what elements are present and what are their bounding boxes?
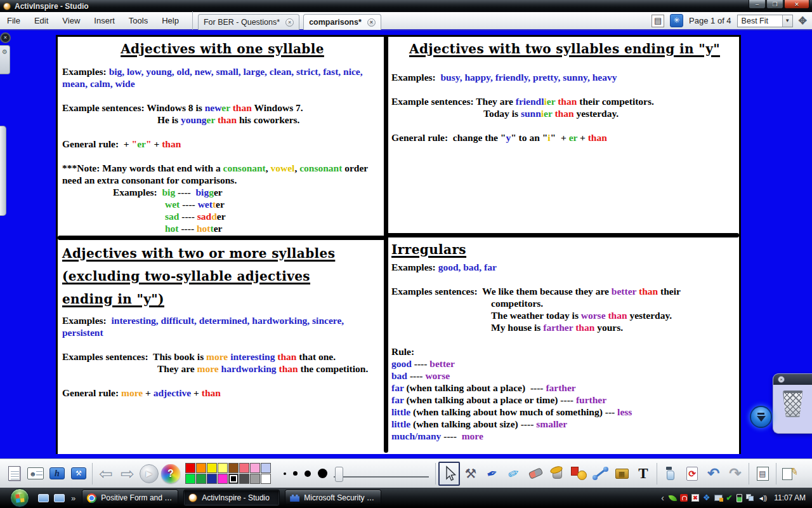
highlighter-tool-button[interactable]: ✏: [503, 461, 525, 486]
palette-color-swatch[interactable]: [185, 463, 195, 473]
start-vote-button[interactable]: ▶: [138, 461, 160, 486]
undo-icon: ↶: [707, 465, 719, 482]
menu-tools[interactable]: Tools: [122, 12, 155, 29]
annotate-icon: h: [49, 467, 65, 479]
tray-computer-icon[interactable]: [714, 495, 723, 501]
eraser-tool-button[interactable]: [525, 461, 546, 486]
main-menu-button[interactable]: [3, 461, 25, 486]
volume-icon[interactable]: ◄)): [758, 495, 767, 502]
zoom-select[interactable]: Best Fit ▼: [737, 15, 793, 27]
next-page-button[interactable]: ⇨: [117, 461, 138, 486]
trash-panel-header[interactable]: ×: [773, 374, 812, 385]
previous-page-button[interactable]: ⇦: [95, 461, 117, 486]
pen-width-medium-icon[interactable]: [293, 471, 298, 476]
palette-color-swatch[interactable]: [218, 474, 228, 484]
fill-tool-button[interactable]: [546, 461, 568, 486]
connector-tool-button[interactable]: [589, 461, 611, 486]
palette-color-swatch[interactable]: [239, 474, 249, 484]
slider-thumb[interactable]: [335, 467, 343, 482]
pen-tool-button[interactable]: ✒: [481, 461, 503, 486]
redo-button[interactable]: ↷: [724, 461, 746, 486]
palette-color-swatch[interactable]: [218, 463, 228, 473]
palette-color-swatch[interactable]: [228, 474, 239, 484]
toolbox-close-icon[interactable]: ×: [0, 32, 11, 43]
minimize-button[interactable]: –: [749, 0, 766, 9]
flipchart-canvas[interactable]: × ⚙ Adjectives with one syllable Example…: [0, 30, 812, 458]
taskbar-button-activinspire[interactable]: ActivInspire - Studio: [183, 490, 280, 506]
palette-color-swatch[interactable]: [196, 463, 206, 473]
reset-page-button[interactable]: ⟳: [681, 461, 703, 486]
taskbar-button-mse[interactable]: Microsoft Security E...: [285, 490, 381, 506]
menu-help[interactable]: Help: [155, 12, 186, 29]
pen-width-slider[interactable]: [334, 464, 429, 483]
clock[interactable]: 11:07 AM: [774, 493, 806, 502]
flipchart-page[interactable]: Adjectives with one syllable Examples: b…: [56, 35, 741, 454]
palette-color-swatch[interactable]: [207, 463, 217, 473]
profile-card-icon: ☻: [27, 467, 44, 479]
fullscreen-icon[interactable]: ✥: [799, 15, 807, 27]
profile-pen-button[interactable]: ✎: [779, 461, 801, 486]
fill-bucket-icon: [553, 469, 562, 479]
page-down-button[interactable]: [751, 407, 771, 427]
page-browser-icon[interactable]: ▤: [652, 15, 664, 27]
tab-comparisons[interactable]: comparisons* ×: [303, 14, 381, 30]
show-hidden-icons[interactable]: ‹: [661, 493, 664, 503]
tray-error-icon[interactable]: ✖: [691, 494, 699, 502]
undo-button[interactable]: ↶: [703, 461, 724, 486]
menu-view[interactable]: View: [55, 12, 87, 29]
toolbar-separator: [92, 463, 93, 485]
insert-media-button[interactable]: ▦: [611, 461, 632, 486]
chevron-down-icon[interactable]: ▼: [782, 15, 792, 27]
show-desktop-icon[interactable]: [38, 494, 49, 502]
power-icon[interactable]: [737, 494, 742, 502]
tray-leaf-icon[interactable]: [669, 493, 677, 502]
desktop-annotate-button[interactable]: ⚒: [68, 461, 89, 486]
text-tool-button[interactable]: T: [632, 461, 654, 486]
switch-windows-icon[interactable]: [54, 494, 65, 502]
menu-file[interactable]: File: [0, 12, 27, 29]
help-button[interactable]: ?: [160, 461, 181, 486]
collapsed-side-strip[interactable]: [0, 126, 6, 216]
palette-color-swatch[interactable]: [228, 463, 239, 473]
toolbox-partial[interactable]: ⚙: [0, 45, 10, 74]
trash-bin-icon[interactable]: [783, 391, 803, 417]
close-icon[interactable]: ×: [778, 376, 785, 383]
tab-close-icon[interactable]: ×: [367, 18, 376, 27]
palette-color-swatch[interactable]: [239, 463, 249, 473]
pen-width-small-icon[interactable]: [284, 472, 286, 475]
profile-button[interactable]: ☻: [25, 461, 46, 486]
pen-width-large-icon[interactable]: [304, 471, 311, 477]
pen-width-xlarge-icon[interactable]: [318, 469, 327, 478]
shapes-tool-button[interactable]: [568, 461, 589, 486]
network-icon[interactable]: [746, 494, 754, 502]
palette-color-swatch[interactable]: [250, 463, 260, 473]
tray-check-icon[interactable]: ✔: [726, 493, 733, 502]
window-title: ActivInspire - Studio: [15, 2, 89, 11]
page-notes-button[interactable]: ▤: [752, 461, 773, 486]
tools-menu-button[interactable]: ⚒: [460, 461, 481, 486]
menu-insert[interactable]: Insert: [87, 12, 122, 29]
clear-button[interactable]: [660, 461, 681, 486]
zoom-value: Best Fit: [738, 17, 782, 25]
quick-launch-overflow[interactable]: »: [71, 493, 75, 503]
pen-icon: ✒: [485, 464, 501, 483]
palette-color-swatch[interactable]: [196, 474, 206, 484]
tab-close-icon[interactable]: ×: [285, 18, 294, 27]
select-tool-button[interactable]: [438, 462, 460, 486]
taskbar-button-chrome[interactable]: Positive Form and C...: [82, 490, 178, 506]
palette-color-swatch[interactable]: [261, 463, 271, 473]
palette-color-swatch[interactable]: [261, 474, 271, 484]
tray-cube-icon[interactable]: ❖: [703, 494, 710, 502]
palette-color-swatch[interactable]: [185, 474, 195, 484]
tray-acrobat-icon[interactable]: [680, 494, 688, 502]
palette-color-swatch[interactable]: [250, 474, 260, 484]
tab-for-ber-questions[interactable]: For BER - Questions* ×: [198, 14, 299, 30]
menu-edit[interactable]: Edit: [27, 12, 55, 29]
annotate-button[interactable]: h: [46, 461, 68, 486]
restore-button[interactable]: ❐: [766, 0, 783, 9]
floating-toolbox-edge[interactable]: × ⚙: [0, 32, 11, 77]
close-button[interactable]: ✕: [784, 0, 809, 9]
start-button[interactable]: [10, 488, 29, 507]
dashboard-icon[interactable]: ✳: [670, 14, 683, 27]
palette-color-swatch[interactable]: [207, 474, 217, 484]
